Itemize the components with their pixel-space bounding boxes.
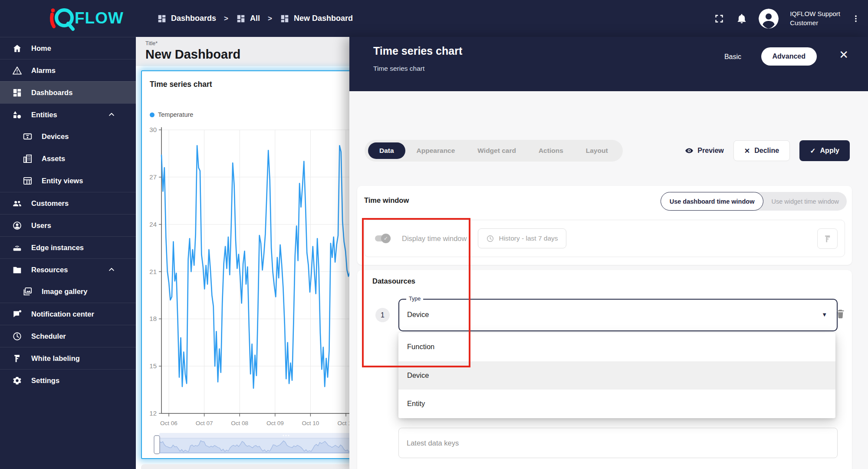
svg-text:18: 18 bbox=[149, 315, 157, 322]
datasource-type-select[interactable]: Type Device ▼ bbox=[398, 299, 838, 331]
breadcrumb-item-dashboards[interactable]: Dashboards bbox=[157, 14, 216, 23]
type-option-entity[interactable]: Entity bbox=[398, 390, 835, 418]
tab-appearance[interactable]: Appearance bbox=[405, 142, 467, 159]
chevron-down-icon: ▼ bbox=[822, 311, 827, 318]
edge-icon bbox=[12, 243, 22, 253]
latest-data-keys-input[interactable] bbox=[399, 439, 837, 447]
dashboard-grid-icon bbox=[280, 14, 289, 23]
tab-data[interactable]: Data bbox=[368, 142, 405, 159]
chevron-up-icon bbox=[108, 111, 115, 119]
iqflow-logo: FLOW bbox=[48, 3, 124, 34]
breadcrumb-separator: > bbox=[224, 14, 228, 23]
sidebar-item-label: Scheduler bbox=[31, 332, 66, 340]
sidebar-item-white-labeling[interactable]: White labeling bbox=[0, 347, 136, 369]
sidebar-item-home[interactable]: Home bbox=[0, 37, 136, 59]
widget-title: Time series chart bbox=[150, 80, 212, 89]
sidebar-item-scheduler[interactable]: Scheduler bbox=[0, 325, 136, 347]
time-window-heading: Time window bbox=[364, 196, 409, 205]
preview-button[interactable]: Preview bbox=[685, 146, 723, 155]
legend-item-temperature[interactable]: Temperature bbox=[150, 111, 193, 118]
user-role: Customer bbox=[790, 19, 840, 27]
use-widget-time-window-option[interactable]: Use widget time window bbox=[763, 198, 847, 205]
apply-label: Apply bbox=[820, 147, 839, 155]
fullscreen-icon[interactable] bbox=[713, 13, 725, 24]
mode-advanced-toggle[interactable]: Advanced bbox=[761, 47, 817, 66]
dashboard-grid-icon bbox=[157, 14, 167, 23]
folder-icon bbox=[12, 265, 22, 275]
sidebar-item-resources[interactable]: Resources bbox=[0, 258, 136, 281]
sidebar-item-entities[interactable]: Entities bbox=[0, 103, 136, 126]
sidebar-nav: HomeAlarmsDashboardsEntitiesDevicesAsset… bbox=[0, 37, 136, 469]
clock-icon bbox=[486, 234, 494, 243]
entity-views-icon bbox=[23, 176, 33, 186]
breadcrumb-label: Dashboards bbox=[171, 14, 216, 23]
breadcrumb-item-all[interactable]: All bbox=[236, 14, 260, 23]
svg-text:Oct 08: Oct 08 bbox=[231, 420, 248, 426]
delete-datasource-trash-icon[interactable] bbox=[835, 308, 846, 320]
dashboards-icon bbox=[12, 88, 22, 98]
sidebar-item-devices[interactable]: Devices bbox=[0, 126, 136, 148]
mode-basic-toggle[interactable]: Basic bbox=[724, 53, 741, 61]
sidebar-item-settings[interactable]: Settings bbox=[0, 369, 136, 391]
x-icon: ✕ bbox=[744, 147, 750, 155]
logo-mark-icon bbox=[48, 5, 76, 32]
tab-layout[interactable]: Layout bbox=[575, 142, 619, 159]
breadcrumb-item-new-dashboard[interactable]: New Dashboard bbox=[280, 14, 353, 23]
sidebar-item-label: Notification center bbox=[31, 310, 94, 318]
chart-minimap-scrollbar[interactable] bbox=[153, 433, 378, 456]
legend-dot bbox=[150, 112, 155, 117]
breadcrumb: Dashboards>All>New Dashboard bbox=[157, 0, 353, 37]
svg-text:Oct 09: Oct 09 bbox=[266, 420, 284, 426]
scheduler-icon bbox=[12, 331, 22, 341]
user-avatar[interactable] bbox=[759, 9, 779, 29]
alarm-icon bbox=[12, 66, 22, 76]
svg-text:30: 30 bbox=[149, 126, 157, 133]
sidebar-item-alarms[interactable]: Alarms bbox=[0, 59, 136, 81]
more-menu-kebab-icon[interactable] bbox=[852, 13, 860, 24]
logo-text: FLOW bbox=[75, 9, 124, 27]
dashboard-edit-panel: Title* New Dashboard Time series chart T… bbox=[136, 37, 379, 469]
dialog-subtitle: Time series chart bbox=[373, 65, 424, 73]
sidebar-item-assets[interactable]: Assets bbox=[0, 148, 136, 170]
sidebar-item-users[interactable]: Users bbox=[0, 214, 136, 236]
breadcrumb-label: All bbox=[250, 14, 260, 23]
app-root: Title* New Dashboard Time series chart T… bbox=[0, 0, 868, 469]
sidebar-item-label: Image gallery bbox=[42, 287, 87, 296]
sidebar-item-dashboards[interactable]: Dashboards bbox=[0, 81, 136, 103]
type-option-device[interactable]: Device bbox=[398, 361, 835, 390]
svg-text:12: 12 bbox=[149, 410, 157, 417]
datasources-section: Datasources 1 Type Device ▼ FunctionDevi… bbox=[357, 270, 852, 469]
sidebar-item-image-gallery[interactable]: Image gallery bbox=[0, 281, 136, 303]
sidebar-item-label: Dashboards bbox=[31, 89, 72, 97]
devices-icon bbox=[23, 132, 33, 142]
svg-text:15: 15 bbox=[149, 362, 157, 370]
svg-text:24: 24 bbox=[149, 221, 157, 228]
decline-button[interactable]: ✕ Decline bbox=[733, 140, 790, 161]
sidebar-item-label: Resources bbox=[31, 266, 68, 274]
dashboard-title-label: Title* bbox=[145, 40, 158, 46]
sidebar-item-entity-views[interactable]: Entity views bbox=[0, 170, 136, 192]
minimap-left-handle[interactable] bbox=[154, 436, 160, 454]
breadcrumb-separator: > bbox=[268, 14, 272, 23]
dashboard-title-input[interactable]: New Dashboard bbox=[145, 47, 240, 62]
sidebar-item-label: Entities bbox=[31, 111, 57, 119]
display-time-window-row: ✓ Display time window History - last 7 d… bbox=[364, 220, 845, 257]
tab-widget-card[interactable]: Widget card bbox=[466, 142, 527, 159]
type-option-function[interactable]: Function bbox=[398, 333, 835, 361]
history-timewindow-button[interactable]: History - last 7 days bbox=[478, 228, 566, 248]
top-navigation-bar: FLOW Dashboards>All>New Dashboard IQFLOW… bbox=[0, 0, 868, 37]
sidebar-item-notification-center[interactable]: Notification center bbox=[0, 303, 136, 325]
datasource-row-index: 1 bbox=[375, 308, 390, 322]
sidebar-item-label: Assets bbox=[42, 155, 65, 163]
notifications-bell-icon[interactable] bbox=[736, 13, 747, 24]
close-icon[interactable]: ✕ bbox=[839, 48, 848, 62]
sidebar-item-customers[interactable]: Customers bbox=[0, 192, 136, 214]
svg-text:27: 27 bbox=[149, 173, 157, 181]
tab-actions[interactable]: Actions bbox=[527, 142, 575, 159]
sidebar-item-edge-instances[interactable]: Edge instances bbox=[0, 236, 136, 258]
use-dashboard-time-window-option[interactable]: Use dashboard time window bbox=[661, 192, 764, 211]
breadcrumb-label: New Dashboard bbox=[294, 14, 353, 23]
timewindow-style-button[interactable] bbox=[817, 228, 838, 249]
check-icon: ✓ bbox=[810, 147, 815, 155]
apply-button[interactable]: ✓ Apply bbox=[799, 140, 850, 161]
